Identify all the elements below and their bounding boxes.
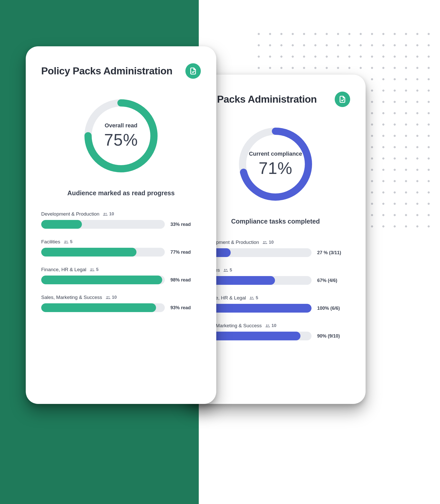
people-count: 10 bbox=[103, 211, 114, 217]
progress-bar bbox=[201, 332, 312, 340]
svg-point-3 bbox=[224, 269, 226, 270]
section-heading: Audience marked as read progress bbox=[41, 189, 201, 197]
row-header: Finance, HR & Legal5 bbox=[41, 267, 201, 272]
people-count: 5 bbox=[90, 267, 98, 272]
page-title: Policy Packs Administration bbox=[41, 65, 172, 77]
progress-readout: 27 % (3/11) bbox=[317, 250, 350, 255]
progress-bar-fill bbox=[41, 248, 136, 257]
row-body: 67% (4/6) bbox=[201, 276, 350, 285]
row-header: Facilities5 bbox=[201, 267, 350, 273]
row-body: 100% (6/6) bbox=[201, 304, 350, 313]
row-header: Development & Production10 bbox=[201, 240, 350, 245]
row-name: Facilities bbox=[41, 239, 60, 245]
progress-bar bbox=[201, 276, 312, 285]
donut-value: 71% bbox=[258, 159, 292, 178]
page-title: icy Packs Administration bbox=[201, 94, 317, 105]
donut-chart-wrap: Current compliance 71% bbox=[201, 126, 350, 203]
progress-bar-fill bbox=[41, 276, 162, 284]
progress-row: Sales, Marketing & Success1090% (9/10) bbox=[201, 323, 350, 340]
progress-bar bbox=[41, 248, 165, 257]
progress-bar bbox=[41, 303, 165, 312]
document-check-icon bbox=[189, 67, 197, 75]
progress-bar-fill bbox=[201, 304, 312, 313]
read-rows: Development & Production1033% readFacili… bbox=[41, 211, 201, 312]
compliance-donut: Current compliance 71% bbox=[237, 126, 314, 203]
progress-readout: 33% read bbox=[170, 222, 201, 227]
svg-point-13 bbox=[66, 241, 68, 242]
progress-bar bbox=[41, 276, 165, 284]
section-heading: Compliance tasks completed bbox=[201, 218, 350, 225]
progress-bar-fill bbox=[41, 220, 82, 229]
row-header: Sales, Marketing & Success10 bbox=[41, 295, 201, 300]
row-name: Development & Production bbox=[41, 211, 99, 217]
compliance-rows: Development & Production1027 % (3/11)Fac… bbox=[201, 240, 350, 340]
progress-readout: 100% (6/6) bbox=[317, 306, 350, 311]
donut-label: Overall read bbox=[105, 122, 137, 129]
svg-point-5 bbox=[250, 297, 252, 298]
progress-row: Development & Production1027 % (3/11) bbox=[201, 240, 350, 257]
row-name: Sales, Marketing & Success bbox=[41, 295, 102, 300]
row-header: Sales, Marketing & Success10 bbox=[201, 323, 350, 329]
row-body: 33% read bbox=[41, 220, 201, 229]
svg-point-1 bbox=[263, 241, 265, 242]
progress-readout: 77% read bbox=[170, 250, 201, 255]
people-count: 10 bbox=[106, 295, 117, 300]
donut-chart-wrap: Overall read 75% bbox=[41, 97, 201, 174]
document-check-badge bbox=[185, 63, 201, 79]
svg-point-17 bbox=[108, 296, 109, 298]
row-body: 98% read bbox=[41, 276, 201, 284]
row-body: 90% (9/10) bbox=[201, 332, 350, 340]
svg-point-12 bbox=[65, 241, 66, 242]
progress-bar bbox=[201, 248, 312, 257]
svg-point-4 bbox=[226, 269, 227, 270]
progress-readout: 67% (4/6) bbox=[317, 278, 350, 283]
card-header: Policy Packs Administration bbox=[41, 63, 201, 79]
read-donut: Overall read 75% bbox=[82, 97, 160, 174]
svg-point-14 bbox=[91, 268, 92, 270]
svg-point-11 bbox=[106, 213, 107, 214]
people-count: 10 bbox=[265, 323, 277, 328]
svg-point-8 bbox=[268, 325, 269, 326]
progress-bar bbox=[201, 304, 312, 313]
progress-readout: 98% read bbox=[170, 277, 201, 283]
progress-row: Facilities567% (4/6) bbox=[201, 267, 350, 285]
people-count: 10 bbox=[263, 240, 274, 245]
people-count: 5 bbox=[223, 268, 232, 273]
svg-point-6 bbox=[252, 297, 253, 298]
progress-row: Facilities577% read bbox=[41, 239, 201, 257]
svg-point-2 bbox=[265, 241, 266, 243]
document-check-badge bbox=[335, 92, 350, 107]
row-header: Facilities5 bbox=[41, 239, 201, 245]
progress-row: Sales, Marketing & Success1093% read bbox=[41, 295, 201, 312]
row-header: Finance, HR & Legal5 bbox=[201, 295, 350, 301]
row-body: 27 % (3/11) bbox=[201, 248, 350, 257]
read-progress-card: Policy Packs Administration Overall read… bbox=[26, 46, 216, 404]
progress-row: Finance, HR & Legal5100% (6/6) bbox=[201, 295, 350, 313]
card-header: icy Packs Administration bbox=[201, 92, 350, 107]
progress-readout: 90% (9/10) bbox=[317, 333, 350, 339]
progress-bar bbox=[41, 220, 165, 229]
svg-point-10 bbox=[104, 213, 105, 214]
donut-label: Current compliance bbox=[249, 151, 302, 157]
people-count: 5 bbox=[249, 295, 258, 300]
donut-value: 75% bbox=[104, 130, 138, 149]
row-body: 77% read bbox=[41, 248, 201, 257]
progress-row: Development & Production1033% read bbox=[41, 211, 201, 229]
progress-readout: 93% read bbox=[170, 305, 201, 311]
people-count: 5 bbox=[64, 239, 72, 244]
progress-row: Finance, HR & Legal598% read bbox=[41, 267, 201, 284]
progress-bar-fill bbox=[41, 303, 156, 312]
row-body: 93% read bbox=[41, 303, 201, 312]
document-check-icon bbox=[338, 95, 347, 103]
row-header: Development & Production10 bbox=[41, 211, 201, 217]
svg-point-15 bbox=[92, 269, 94, 270]
svg-point-7 bbox=[266, 324, 267, 326]
row-name: Finance, HR & Legal bbox=[41, 267, 86, 272]
svg-point-16 bbox=[106, 296, 108, 297]
